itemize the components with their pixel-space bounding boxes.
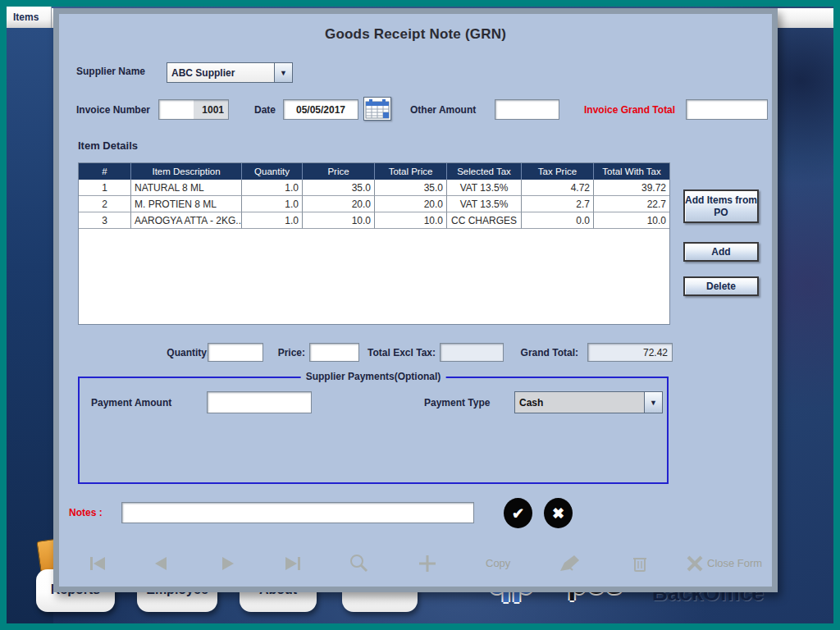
add-record-button[interactable] <box>417 551 438 576</box>
col-header-total-price: Total Price <box>375 163 447 180</box>
cell-tax-price: 2.7 <box>522 196 594 212</box>
col-header-description: Item Description <box>131 163 242 180</box>
invoice-grand-total-input[interactable] <box>686 99 768 120</box>
grn-dialog: Goods Receipt Note (GRN) Supplier Name A… <box>53 8 778 592</box>
col-header-quantity: Quantity <box>242 163 303 180</box>
edit-record-button[interactable] <box>558 551 582 576</box>
col-header-price: Price <box>303 163 375 180</box>
cell-total-with-tax: 22.7 <box>594 196 669 212</box>
last-record-button[interactable] <box>282 551 304 576</box>
date-input[interactable] <box>283 99 358 120</box>
edit-pencil-icon <box>559 553 582 574</box>
cell-num: 3 <box>79 212 131 229</box>
close-form-button[interactable] <box>685 551 705 576</box>
calendar-icon[interactable] <box>363 97 391 121</box>
cell-price: 35.0 <box>303 180 375 196</box>
cell-description: AAROGYA ATTA - 2KG... <box>131 212 242 229</box>
cell-description: NATURAL 8 ML <box>131 180 242 196</box>
add-items-from-po-button[interactable]: Add Items from PO <box>683 189 759 223</box>
cell-price: 20.0 <box>303 196 375 212</box>
plus-icon <box>418 554 437 573</box>
cell-total-with-tax: 39.72 <box>594 180 669 196</box>
col-header-selected-tax: Selected Tax <box>447 163 522 180</box>
chevron-down-icon[interactable]: ▼ <box>275 62 293 83</box>
table-row[interactable]: 2 M. PROTIEN 8 ML 1.0 20.0 20.0 VAT 13.5… <box>79 196 669 212</box>
payment-type-combobox[interactable]: Cash ▼ <box>514 391 663 413</box>
search-icon <box>349 553 370 574</box>
col-header-num: # <box>79 163 131 180</box>
supplier-name-label: Supplier Name <box>76 66 145 77</box>
search-button[interactable] <box>348 551 371 576</box>
previous-record-button[interactable] <box>150 551 171 576</box>
cell-total-price: 10.0 <box>375 212 447 229</box>
supplier-payments-legend: Supplier Payments(Optional) <box>301 371 446 382</box>
payment-amount-label: Payment Amount <box>91 397 171 409</box>
other-amount-input[interactable] <box>495 99 559 120</box>
payment-type-value[interactable]: Cash <box>514 391 645 413</box>
cell-quantity: 1.0 <box>242 212 303 229</box>
notes-input[interactable] <box>121 502 474 523</box>
cell-selected-tax: VAT 13.5% <box>447 180 522 196</box>
tab-items[interactable]: Items <box>7 7 52 28</box>
cell-description: M. PROTIEN 8 ML <box>131 196 242 212</box>
items-table[interactable]: # Item Description Quantity Price Total … <box>78 162 670 325</box>
cancel-icon: ✖ <box>552 504 564 523</box>
invoice-number-input[interactable] <box>158 99 229 120</box>
cell-tax-price: 0.0 <box>522 212 594 229</box>
add-button[interactable]: Add <box>683 242 759 262</box>
total-excl-tax-label: Total Excl Tax: <box>365 347 436 358</box>
quantity-label: Quantity: <box>156 347 210 358</box>
delete-button[interactable]: Delete <box>683 276 759 296</box>
cell-num: 1 <box>79 180 131 196</box>
screen: Items Reports Employee About qp pos Back… <box>0 0 840 630</box>
date-label: Date <box>254 104 276 116</box>
cell-num: 2 <box>79 196 131 212</box>
cell-quantity: 1.0 <box>242 196 303 212</box>
cell-total-price: 20.0 <box>375 196 447 212</box>
table-row[interactable]: 3 AAROGYA ATTA - 2KG... 1.0 10.0 10.0 CC… <box>79 212 669 229</box>
dialog-title: Goods Receipt Note (GRN) <box>59 26 772 43</box>
total-excl-tax-input <box>440 343 504 362</box>
price-label: Price: <box>269 347 305 358</box>
table-row[interactable]: 1 NATURAL 8 ML 1.0 35.0 35.0 VAT 13.5% 4… <box>79 180 669 196</box>
cell-price: 10.0 <box>303 212 375 229</box>
col-header-tax-price: Tax Price <box>522 163 594 180</box>
other-amount-label: Other Amount <box>410 104 476 116</box>
quantity-input[interactable] <box>208 343 263 362</box>
check-icon: ✔ <box>512 504 524 523</box>
cell-quantity: 1.0 <box>242 180 303 196</box>
table-header-row: # Item Description Quantity Price Total … <box>79 163 669 180</box>
supplier-combobox-value[interactable]: ABC Supplier <box>167 62 275 83</box>
cell-selected-tax: VAT 13.5% <box>447 196 522 212</box>
chevron-down-icon[interactable]: ▼ <box>645 391 663 413</box>
trash-icon <box>630 554 650 573</box>
close-x-icon <box>686 555 704 573</box>
left-nav-rail <box>7 28 53 623</box>
first-record-button[interactable] <box>87 551 108 576</box>
item-details-label: Item Details <box>78 139 138 152</box>
last-record-icon <box>283 554 303 573</box>
grand-total-input <box>587 343 673 362</box>
next-record-button[interactable] <box>217 551 239 576</box>
cell-total-with-tax: 10.0 <box>594 212 669 229</box>
grand-total-label: Grand Total: <box>512 347 578 358</box>
delete-record-button[interactable] <box>629 551 651 576</box>
close-form-label[interactable]: Close Form <box>707 557 762 569</box>
payment-amount-input[interactable] <box>207 391 312 413</box>
cell-tax-price: 4.72 <box>522 180 594 196</box>
price-input[interactable] <box>309 343 359 362</box>
next-record-icon <box>218 554 238 573</box>
cancel-x-button[interactable]: ✖ <box>544 498 573 528</box>
first-record-icon <box>88 554 107 573</box>
payment-type-label: Payment Type <box>424 397 490 409</box>
previous-record-icon <box>151 554 171 573</box>
confirm-check-button[interactable]: ✔ <box>504 498 532 528</box>
invoice-grand-total-label: Invoice Grand Total <box>584 104 675 116</box>
invoice-number-label: Invoice Number <box>76 104 150 116</box>
col-header-total-with-tax: Total With Tax <box>594 163 669 180</box>
cell-total-price: 35.0 <box>375 180 447 196</box>
supplier-combobox[interactable]: ABC Supplier ▼ <box>167 62 293 83</box>
notes-label: Notes : <box>69 507 103 518</box>
cell-selected-tax: CC CHARGES <box>447 212 522 229</box>
copy-button[interactable]: Copy <box>486 557 510 569</box>
